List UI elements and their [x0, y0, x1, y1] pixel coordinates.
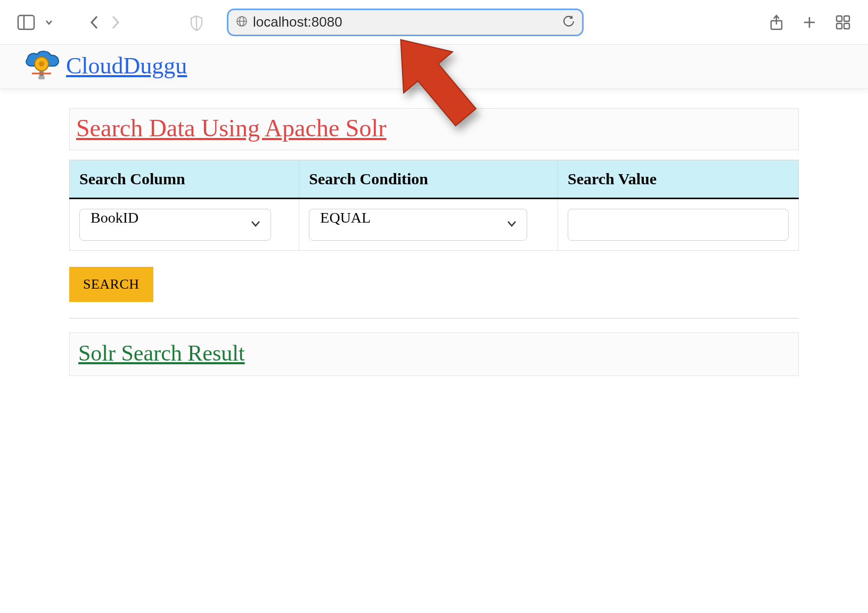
table-row: BookID EQUAL [70, 199, 799, 251]
search-column-select[interactable]: BookID [79, 209, 271, 241]
svg-rect-18 [38, 76, 45, 79]
shield-icon[interactable] [190, 15, 203, 31]
search-button[interactable]: SEARCH [69, 267, 153, 302]
search-table: Search Column Search Condition Search Va… [69, 160, 799, 251]
sidebar-toggle-icon[interactable] [17, 14, 35, 30]
svg-rect-0 [18, 15, 34, 29]
browser-toolbar: localhost:8080 [0, 0, 868, 45]
svg-rect-10 [837, 16, 842, 21]
chevron-down-icon[interactable] [45, 18, 53, 27]
svg-point-15 [39, 61, 44, 67]
col-header-search-column: Search Column [70, 160, 299, 199]
forward-icon[interactable] [110, 14, 121, 30]
url-text: localhost:8080 [253, 14, 558, 30]
tab-overview-icon[interactable] [835, 14, 851, 30]
search-panel: Search Data Using Apache Solr [69, 108, 799, 150]
search-value-input[interactable] [568, 209, 789, 241]
address-bar[interactable]: localhost:8080 [227, 9, 584, 36]
search-condition-select[interactable]: EQUAL [309, 209, 527, 241]
svg-rect-13 [844, 23, 849, 29]
page-header: CloudDuggu [0, 45, 868, 89]
globe-icon [236, 15, 248, 29]
divider [69, 318, 799, 318]
new-tab-icon[interactable] [802, 15, 817, 30]
share-icon[interactable] [769, 14, 784, 31]
svg-rect-11 [844, 16, 849, 21]
result-panel: Solr Search Result [69, 332, 799, 376]
col-header-search-condition: Search Condition [299, 160, 558, 199]
col-header-search-value: Search Value [558, 160, 798, 199]
page-title: Search Data Using Apache Solr [70, 109, 798, 150]
back-icon[interactable] [88, 14, 100, 30]
reload-icon[interactable] [563, 15, 575, 29]
brand-link[interactable]: CloudDuggu [66, 52, 187, 79]
brand-logo-icon [21, 48, 64, 83]
result-title: Solr Search Result [70, 333, 798, 375]
svg-rect-12 [837, 23, 842, 29]
